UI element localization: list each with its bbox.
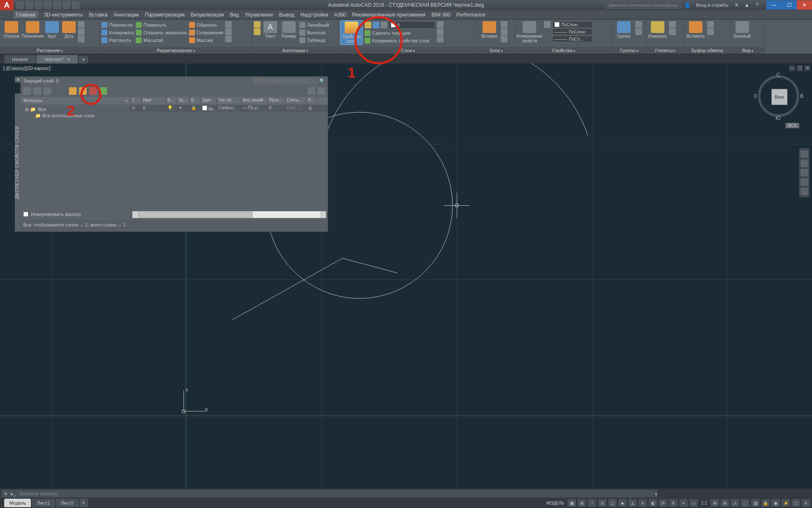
sb-osnap-icon[interactable]: ◻ — [608, 499, 617, 507]
color-icon[interactable] — [254, 28, 261, 35]
cut-icon[interactable] — [707, 21, 714, 28]
search-icon[interactable]: 🔍 — [319, 78, 325, 84]
nav-showmotion-icon[interactable] — [801, 188, 808, 195]
tab-home[interactable]: Главная — [14, 11, 38, 19]
cmd-expand-icon[interactable]: ▴ — [654, 489, 658, 498]
paste-button[interactable]: Вставить — [686, 20, 705, 39]
circle-button[interactable]: Круг — [44, 20, 60, 39]
help-icon[interactable]: ? — [753, 1, 761, 9]
layer-row-0[interactable]: ✔ 0 💡 ☀ 🔓 бе... Continu... — По у... 0 Ц… — [131, 105, 328, 112]
signin-icon[interactable]: 👤 — [683, 1, 692, 9]
panel-draw-title[interactable]: Рисование — [0, 47, 99, 54]
app-logo[interactable]: A — [0, 0, 14, 10]
drawing-area[interactable]: [-][Сверху][2D-каркас] — ☐ ✕ Y X Верх С … — [0, 64, 812, 489]
sb-custom-icon[interactable]: ≡ — [802, 499, 810, 507]
attr-icon[interactable] — [501, 36, 508, 42]
sb-scale[interactable]: 1:1 — [700, 501, 709, 505]
sb-lweight-icon[interactable]: ≡ — [639, 499, 647, 507]
scale-button[interactable]: Масштаб — [136, 36, 187, 44]
sb-dynucs-icon[interactable]: ↯ — [669, 499, 678, 507]
rotate-button[interactable]: Повернуть — [136, 21, 187, 28]
match-layer-button[interactable]: Копировать свойства слоя — [365, 37, 435, 44]
sb-grid-icon[interactable]: ▦ — [568, 499, 576, 507]
erase-icon[interactable] — [225, 21, 232, 28]
panel-layers-title[interactable]: Слои — [338, 47, 477, 54]
add-layout-button[interactable]: + — [80, 499, 88, 507]
panel-view-title[interactable]: Вид — [731, 47, 764, 54]
qat-new-icon[interactable] — [16, 1, 24, 9]
measure-button[interactable]: Измерить — [648, 20, 667, 39]
ungroup-icon[interactable] — [635, 21, 642, 28]
tab-performance[interactable]: Performance — [456, 12, 486, 18]
sb-3dosnap-icon[interactable]: ◈ — [618, 499, 627, 507]
exchange-icon[interactable]: ✕ — [732, 1, 741, 9]
sb-dynamic-icon[interactable]: + — [679, 499, 688, 507]
grid-scrollbar[interactable]: ◄ ► — [132, 211, 326, 218]
rect-icon[interactable] — [78, 21, 85, 28]
base-view-button[interactable]: Базовый — [732, 20, 752, 39]
tab-a360[interactable]: A360 — [334, 12, 346, 18]
edit-block-icon[interactable] — [501, 28, 508, 35]
qat-redo-icon[interactable] — [72, 1, 80, 9]
nav-wheel-icon[interactable] — [801, 150, 808, 158]
filter-new-icon[interactable] — [23, 87, 31, 95]
window-close-button[interactable]: ✕ — [797, 0, 812, 10]
trim-button[interactable]: Обрезать — [189, 21, 224, 28]
help-search-input[interactable]: Введите ключевое слово/фразу — [606, 1, 682, 9]
color-combo[interactable]: ПоСлою — [552, 21, 593, 28]
viewcube[interactable]: Верх С Ю В З — [755, 73, 802, 119]
layer-properties-button[interactable]: Свойства слоя — [340, 20, 363, 45]
layer-search-input[interactable] — [253, 77, 317, 84]
linear-button[interactable]: Линейный — [299, 21, 329, 28]
panel-properties-title[interactable]: Свойства — [515, 47, 612, 54]
copy-button[interactable]: Копировать — [102, 29, 134, 36]
sb-otrack-icon[interactable]: ∠ — [628, 499, 637, 507]
tab-visualize[interactable]: Визуализация — [191, 12, 224, 18]
sb-annomon-icon[interactable]: ⚠ — [731, 499, 739, 507]
dimension-button[interactable]: Размер — [280, 20, 298, 39]
mirror-button[interactable]: Отразить зеркально — [136, 29, 187, 36]
tab-annotate[interactable]: Аннотации — [114, 12, 139, 18]
insert-block-button[interactable]: Вставка — [480, 20, 499, 39]
group-edit-icon[interactable] — [635, 28, 642, 35]
tree-root[interactable]: ⊟ 📁 Все — [23, 106, 128, 113]
tab-layout2[interactable]: Лист2 — [56, 499, 79, 507]
sb-units-icon[interactable]: ⬚ — [741, 499, 749, 507]
tab-model[interactable]: Модель — [4, 499, 31, 507]
create-block-icon[interactable] — [501, 21, 508, 28]
ellipse-icon[interactable] — [78, 36, 85, 42]
tab-manage[interactable]: Управление — [245, 12, 273, 18]
arc-button[interactable]: Дуга — [62, 20, 76, 39]
a360-icon[interactable]: ▲ — [743, 1, 751, 9]
command-line[interactable]: ✕ ▸_ Введите команду — [1, 489, 656, 498]
signin-label[interactable]: Вход в службы — [694, 3, 731, 8]
leader-button[interactable]: Выноска — [299, 29, 329, 36]
select-icon[interactable] — [669, 21, 676, 28]
cmd-toggle-icon[interactable]: ✕ — [4, 491, 8, 497]
new-layer-freeze-icon[interactable] — [79, 87, 87, 95]
layer-state-icon[interactable] — [44, 87, 51, 95]
sb-isolate-icon[interactable]: ◉ — [771, 499, 780, 507]
tab-featured[interactable]: Рекомендованные приложения — [352, 12, 425, 18]
invert-filter-checkbox[interactable] — [23, 212, 28, 217]
settings-icon[interactable] — [318, 87, 325, 95]
sb-quickprops-icon[interactable]: ▤ — [751, 499, 760, 507]
panel-modify-title[interactable]: Редактирование — [100, 47, 252, 54]
palette-close-icon[interactable]: ✕ — [15, 77, 21, 83]
nav-pan-icon[interactable] — [801, 160, 808, 167]
hatch-icon[interactable] — [78, 28, 85, 35]
filter-group-icon[interactable] — [33, 87, 41, 95]
match-props-button[interactable]: Копирование свойств — [517, 20, 542, 43]
tab-3dtools[interactable]: 3D-инструменты — [44, 12, 83, 18]
layer-bulb-icon[interactable] — [365, 22, 371, 28]
layer-freeze-icon[interactable] — [373, 22, 379, 28]
set-current-icon[interactable] — [99, 87, 107, 95]
panel-block-title[interactable]: Блок — [478, 47, 515, 54]
lineweight-icon[interactable] — [254, 21, 261, 28]
tab-output[interactable]: Вывод — [279, 12, 294, 18]
tab-addins[interactable]: Надстройки — [300, 12, 328, 18]
tab-parametric[interactable]: Параметризация — [145, 12, 185, 18]
tab-layout1[interactable]: Лист1 — [32, 499, 55, 507]
layer-prev-icon[interactable] — [437, 36, 444, 42]
nav-zoom-icon[interactable] — [801, 169, 808, 177]
